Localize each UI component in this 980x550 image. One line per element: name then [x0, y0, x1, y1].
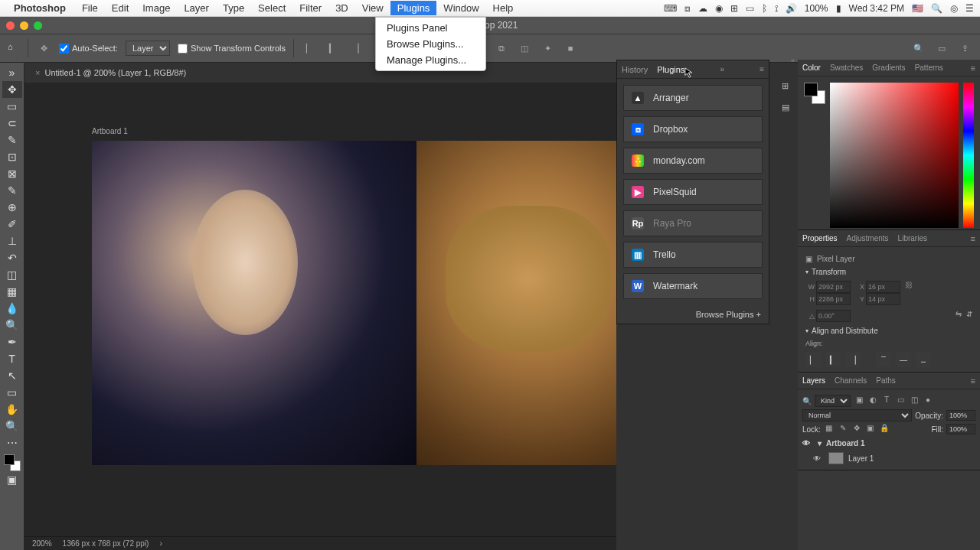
- menu-view[interactable]: View: [355, 1, 390, 15]
- mask-icon[interactable]: ◫: [517, 41, 532, 56]
- tab-gradients[interactable]: Gradients: [872, 63, 905, 72]
- volume-icon[interactable]: 🔊: [786, 3, 797, 14]
- link-wh-icon[interactable]: ⛓: [905, 281, 913, 293]
- filter-pixel-icon[interactable]: ▣: [854, 395, 864, 406]
- blend-mode-select[interactable]: Normal: [802, 409, 912, 421]
- browse-plugins-link[interactable]: Browse Plugins +: [617, 305, 769, 324]
- visibility-toggle-icon[interactable]: 👁: [802, 439, 813, 447]
- filter-shape-icon[interactable]: ▭: [895, 395, 906, 406]
- menu-edit[interactable]: Edit: [105, 1, 136, 15]
- plugin-monday[interactable]: ∴ monday.com: [623, 148, 763, 174]
- tab-plugins[interactable]: Plugins: [657, 65, 684, 74]
- transform-height[interactable]: [816, 293, 851, 305]
- move-tool-icon[interactable]: ✥: [36, 41, 51, 56]
- tab-properties[interactable]: Properties: [802, 234, 838, 242]
- panels-collapse-icon[interactable]: «: [791, 57, 795, 64]
- section-transform[interactable]: Transform: [805, 268, 972, 276]
- minimize-window-button[interactable]: [20, 21, 28, 30]
- tab-adjustments[interactable]: Adjustments: [847, 234, 889, 242]
- canvas-area[interactable]: Artboard 1: [24, 83, 616, 536]
- tab-color[interactable]: Color: [802, 63, 821, 72]
- share-icon[interactable]: ⇪: [957, 41, 972, 56]
- align-bottom-button[interactable]: ⎽: [916, 352, 931, 367]
- sync-icon[interactable]: ◉: [715, 3, 723, 14]
- fg-color-swatch[interactable]: [804, 83, 818, 96]
- visibility-toggle-icon[interactable]: 👁: [813, 454, 824, 463]
- layer-thumbnail[interactable]: [828, 452, 844, 464]
- show-transform-checkbox[interactable]: Show Transform Controls: [178, 44, 286, 54]
- plugin-trello[interactable]: ▥ Trello: [623, 242, 763, 268]
- dropbox-menu-icon[interactable]: ⧈: [684, 3, 691, 14]
- panel-menu-icon[interactable]: ≡: [971, 63, 975, 73]
- maximize-window-button[interactable]: [34, 21, 42, 30]
- cloud-icon[interactable]: ☁: [698, 3, 707, 14]
- filter-smart-icon[interactable]: ◫: [909, 395, 920, 406]
- menu-help[interactable]: Help: [486, 1, 521, 15]
- tab-patterns[interactable]: Patterns: [915, 63, 943, 72]
- home-icon[interactable]: ⌂: [8, 42, 20, 54]
- menu-3d[interactable]: 3D: [328, 1, 355, 15]
- tab-history[interactable]: History: [622, 65, 648, 74]
- artboard-label[interactable]: Artboard 1: [92, 127, 128, 135]
- menu-window[interactable]: Window: [436, 1, 485, 15]
- cc-icon[interactable]: ⊞: [730, 3, 738, 14]
- doc-dimensions[interactable]: 1366 px x 768 px (72 ppi): [63, 539, 149, 548]
- menu-file[interactable]: File: [75, 1, 105, 15]
- transform-y[interactable]: [866, 293, 900, 305]
- lock-pixels-icon[interactable]: ✎: [838, 424, 848, 434]
- tool-collapse-icon[interactable]: »: [2, 64, 22, 81]
- orbit-icon[interactable]: ✦: [540, 41, 555, 56]
- menu-select[interactable]: Select: [251, 1, 292, 15]
- filter-adjust-icon[interactable]: ◐: [867, 395, 878, 406]
- align-center-h-button[interactable]: ▎: [825, 352, 841, 367]
- flip-vertical-icon[interactable]: ⇵: [966, 310, 972, 322]
- plugin-dropbox[interactable]: ⧈ Dropbox: [623, 116, 763, 142]
- lock-transparency-icon[interactable]: ▦: [824, 424, 835, 434]
- tab-paths[interactable]: Paths: [876, 376, 896, 385]
- artboard-disclosure-icon[interactable]: ▾: [818, 439, 822, 447]
- tab-libraries[interactable]: Libraries: [898, 234, 927, 242]
- menu-plugins[interactable]: Plugins: [390, 1, 437, 15]
- panel-menu-icon[interactable]: ≡: [760, 65, 764, 73]
- camera-icon[interactable]: ■: [563, 41, 578, 56]
- clock[interactable]: Wed 3:42 PM: [849, 3, 904, 14]
- fill-input[interactable]: [946, 424, 975, 434]
- canvas[interactable]: [92, 141, 616, 465]
- panel-menu-icon[interactable]: ≡: [971, 376, 975, 386]
- transform-x[interactable]: [866, 281, 900, 293]
- dropdown-browse-plugins[interactable]: Browse Plugins...: [376, 36, 485, 52]
- workspace-icon[interactable]: ▭: [934, 41, 949, 56]
- layer-row-layer1[interactable]: 👁 Layer 1: [802, 450, 975, 467]
- filter-type-icon[interactable]: T: [881, 395, 892, 406]
- section-align[interactable]: Align and Distribute: [805, 327, 972, 335]
- wifi-icon[interactable]: ⟟: [775, 3, 778, 14]
- align-top-button[interactable]: ⎺: [876, 352, 891, 367]
- transform-angle[interactable]: [816, 310, 851, 322]
- filter-kind-select[interactable]: Kind: [815, 395, 851, 407]
- dropdown-manage-plugins[interactable]: Manage Plugins...: [376, 52, 485, 68]
- bluetooth-icon[interactable]: ᛒ: [762, 3, 767, 14]
- align-center-h-icon[interactable]: ▎: [325, 41, 340, 56]
- color-swatch-pair[interactable]: [804, 83, 825, 104]
- plugin-raya-pro[interactable]: Rp Raya Pro: [623, 210, 763, 236]
- lock-position-icon[interactable]: ✥: [851, 424, 862, 434]
- auto-select-input[interactable]: [59, 44, 69, 54]
- status-disclosure-icon[interactable]: ›: [159, 539, 162, 548]
- display-icon[interactable]: ▭: [746, 3, 754, 14]
- strip-panel-icon-2[interactable]: ▤: [782, 103, 795, 116]
- document-tab[interactable]: × Untitled-1 @ 200% (Layer 1, RGB/8#): [28, 64, 194, 81]
- plugin-arranger[interactable]: ▲ Arranger: [623, 85, 763, 111]
- filter-search-icon[interactable]: 🔍: [802, 397, 812, 405]
- transform-width[interactable]: [816, 281, 851, 293]
- tab-swatches[interactable]: Swatches: [830, 63, 863, 72]
- align-right-icon[interactable]: ▕: [348, 41, 363, 56]
- show-transform-input[interactable]: [178, 44, 188, 54]
- align-left-icon[interactable]: ▏: [302, 41, 317, 56]
- tab-layers[interactable]: Layers: [802, 376, 825, 385]
- battery-percent[interactable]: 100%: [805, 3, 828, 14]
- flip-horizontal-icon[interactable]: ⇋: [956, 310, 962, 322]
- menu-filter[interactable]: Filter: [292, 1, 328, 15]
- close-window-button[interactable]: [6, 21, 15, 30]
- align-center-v-button[interactable]: —: [896, 352, 911, 367]
- zoom-level[interactable]: 200%: [32, 539, 52, 548]
